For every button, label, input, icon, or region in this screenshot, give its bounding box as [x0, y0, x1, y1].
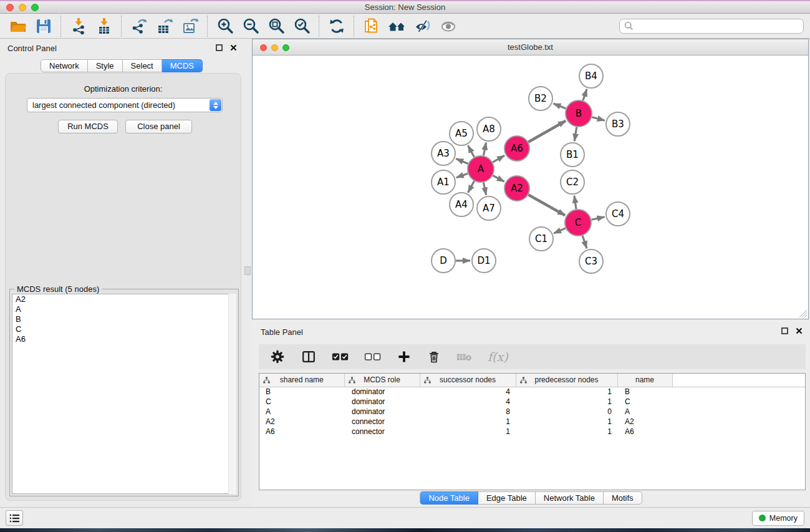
select-all-rows-button[interactable]	[332, 352, 349, 362]
float-table-panel-icon[interactable]	[781, 327, 788, 334]
search-field[interactable]	[619, 19, 804, 34]
network-zoom-button[interactable]	[282, 44, 289, 51]
delete-table-button[interactable]	[456, 351, 473, 362]
memory-button[interactable]: Memory	[752, 511, 804, 526]
function-builder-button[interactable]: f(x)	[488, 350, 508, 364]
float-panel-icon[interactable]	[216, 44, 223, 51]
network-window-titlebar[interactable]: testGlobe.txt	[253, 39, 808, 56]
graph-node-B[interactable]: B	[566, 100, 592, 127]
criterion-dropdown[interactable]: largest connected component (directed)	[27, 98, 223, 112]
graph-node-A1[interactable]: A1	[432, 170, 455, 194]
graph-edge-A-A8[interactable]	[483, 143, 486, 156]
graph-edge-A-A6[interactable]	[493, 155, 504, 162]
close-panel-icon[interactable]	[230, 44, 237, 51]
table-row-a2[interactable]: A2connector11A2	[259, 417, 805, 427]
import-network-button[interactable]	[65, 15, 91, 37]
graph-node-B2[interactable]: B2	[529, 87, 552, 110]
import-table-button[interactable]	[91, 15, 117, 37]
tab-network-table[interactable]: Network Table	[536, 491, 604, 505]
graph-edge-B-B1[interactable]	[574, 127, 576, 141]
graph-node-A[interactable]: A	[468, 156, 494, 182]
close-table-panel-icon[interactable]	[796, 327, 803, 334]
tab-select[interactable]: Select	[123, 59, 162, 72]
zoom-in-button[interactable]	[212, 15, 238, 37]
zoom-selected-button[interactable]	[289, 15, 314, 37]
minimize-window-button[interactable]	[19, 4, 26, 11]
graph-node-A4[interactable]: A4	[450, 193, 473, 216]
graph-node-A5[interactable]: A5	[450, 122, 473, 145]
table-settings-button[interactable]	[269, 349, 286, 365]
graph-node-B3[interactable]: B3	[606, 112, 630, 136]
hide-annotations-button[interactable]	[410, 15, 435, 37]
save-session-button[interactable]	[31, 15, 56, 37]
graph-node-A6[interactable]: A6	[504, 136, 529, 161]
network-canvas[interactable]: B4B2BB3A5A8A6A3B1AA1C2A2A4A7C4CC1C3DD1	[253, 56, 808, 319]
graph-edge-C-C1[interactable]	[554, 228, 566, 233]
add-column-button[interactable]	[397, 349, 412, 364]
network-minimize-button[interactable]	[271, 44, 278, 51]
result-item-c[interactable]: C	[12, 324, 236, 334]
column-header-name[interactable]: name	[617, 374, 672, 387]
network-close-button[interactable]	[260, 44, 267, 51]
close-panel-button[interactable]: Close panel	[125, 120, 192, 133]
show-all-networks-button[interactable]	[384, 15, 410, 37]
tab-edge-table[interactable]: Edge Table	[478, 491, 536, 505]
graph-edge-A-A4[interactable]	[468, 181, 475, 192]
graph-node-D1[interactable]: D1	[472, 249, 496, 273]
graph-edge-A-A7[interactable]	[483, 183, 486, 195]
graph-node-B1[interactable]: B1	[561, 143, 584, 167]
graph-edge-A2-C[interactable]	[528, 195, 565, 215]
search-input[interactable]	[636, 21, 792, 31]
zoom-fit-button[interactable]	[263, 15, 289, 37]
table-row-a[interactable]: Adominator80A	[259, 407, 805, 417]
graph-node-B4[interactable]: B4	[579, 64, 603, 88]
graph-edge-C-C4[interactable]	[592, 217, 605, 220]
export-table-button[interactable]	[152, 15, 177, 37]
panel-splitter-grip[interactable]	[244, 266, 251, 275]
zoom-window-button[interactable]	[31, 4, 39, 11]
result-scrollbar[interactable]	[228, 294, 236, 494]
clone-network-button[interactable]	[359, 15, 384, 37]
graph-edge-A-A2[interactable]	[493, 175, 504, 181]
tab-node-table[interactable]: Node Table	[420, 491, 478, 505]
run-mcds-button[interactable]: Run MCDS	[58, 120, 118, 133]
close-window-button[interactable]	[6, 4, 14, 11]
table-row-b[interactable]: Bdominator41B	[259, 387, 805, 397]
column-header-shared-name[interactable]: shared name	[259, 374, 344, 387]
window-resize-grip[interactable]	[799, 310, 808, 318]
refresh-view-button[interactable]	[324, 15, 349, 37]
graph-node-A2[interactable]: A2	[504, 176, 529, 201]
export-image-button[interactable]	[177, 15, 203, 37]
export-network-button[interactable]	[126, 15, 152, 37]
task-history-button[interactable]	[6, 510, 23, 526]
graph-edge-A6-B[interactable]	[528, 121, 566, 142]
graph-node-C4[interactable]: C4	[606, 202, 630, 226]
column-header-mcds-role[interactable]: MCDS role	[344, 374, 420, 387]
graph-node-A8[interactable]: A8	[477, 117, 501, 141]
tab-motifs[interactable]: Motifs	[604, 491, 642, 505]
graph-edge-B-B3[interactable]	[592, 117, 605, 121]
result-item-a[interactable]: A	[12, 304, 236, 314]
result-item-a2[interactable]: A2	[12, 294, 236, 304]
graph-node-D[interactable]: D	[432, 249, 455, 273]
table-row-a6[interactable]: A6connector11A6	[259, 427, 805, 437]
graph-node-C2[interactable]: C2	[561, 170, 584, 194]
delete-column-button[interactable]	[427, 349, 441, 364]
graph-node-C3[interactable]: C3	[579, 249, 603, 273]
graph-node-C1[interactable]: C1	[529, 227, 553, 251]
zoom-out-button[interactable]	[238, 15, 263, 37]
graph-node-A7[interactable]: A7	[477, 196, 501, 220]
open-session-button[interactable]	[5, 15, 31, 37]
result-item-b[interactable]: B	[12, 314, 236, 324]
toggle-column-display-button[interactable]	[301, 349, 317, 365]
graph-edge-A-A5[interactable]	[468, 145, 475, 157]
graph-node-A3[interactable]: A3	[432, 142, 455, 165]
graph-node-C[interactable]: C	[565, 210, 591, 236]
graph-edge-B-B2[interactable]	[554, 104, 566, 109]
deselect-all-rows-button[interactable]	[364, 352, 382, 362]
result-item-a6[interactable]: A6	[12, 334, 236, 344]
show-annotations-button[interactable]	[435, 15, 461, 37]
graph-edge-B-B4[interactable]	[583, 89, 587, 100]
tab-mcds[interactable]: MCDS	[162, 59, 203, 72]
table-row-c[interactable]: Cdominator41C	[259, 397, 805, 407]
